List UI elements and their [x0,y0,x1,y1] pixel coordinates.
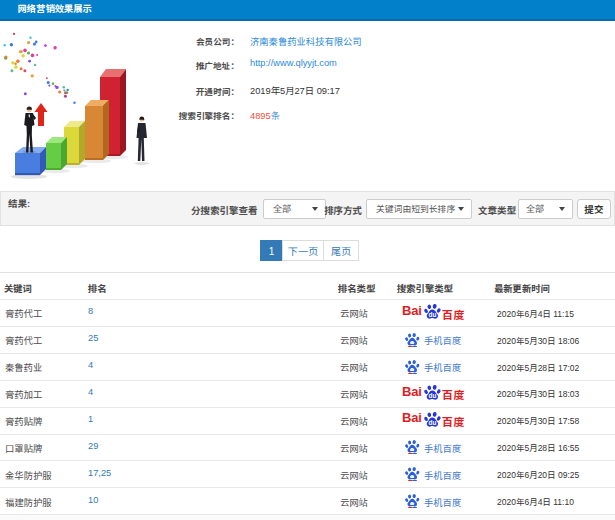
svg-text:du: du [428,311,436,318]
svg-text:du: du [428,392,436,399]
svg-text:du: du [428,419,436,426]
